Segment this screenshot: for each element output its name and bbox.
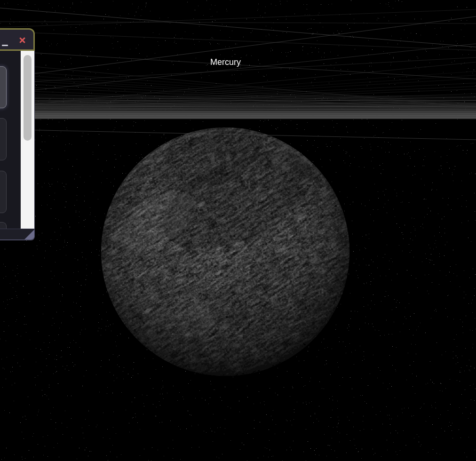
svg-text:Mercury: Mercury: [210, 57, 241, 67]
